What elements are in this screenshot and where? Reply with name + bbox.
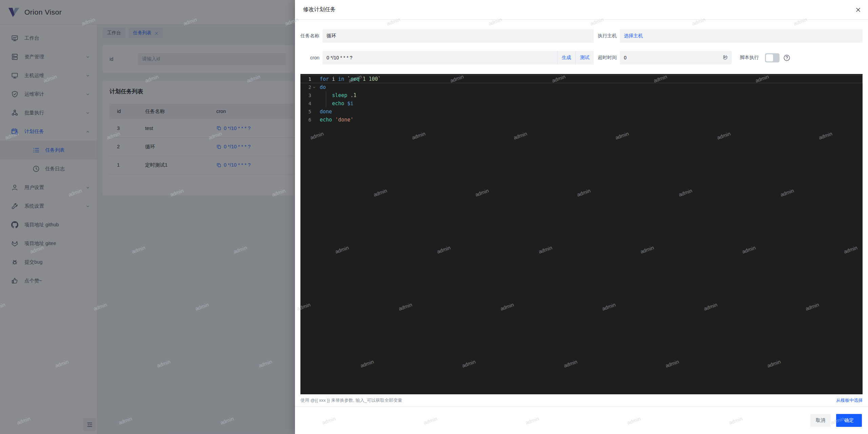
cron-input[interactable]: 0 */10 * * * ? <box>322 51 557 64</box>
task-name-value: 循环 <box>327 33 336 39</box>
form-row-name: 任务名称 循环 执行主机 选择主机 <box>300 29 863 43</box>
line-number: 2 <box>300 83 311 91</box>
form-row-cron: cron 0 */10 * * * ? 生成 测试 超时时间 0 秒 <box>300 51 863 64</box>
code-text: done <box>317 108 863 116</box>
dialog-footer: 取消 确定 <box>295 407 868 434</box>
script-code-editor[interactable]: 1for i in `seq 1 100`2do3 sleep .14 echo… <box>300 74 863 394</box>
exec-host-field[interactable]: 选择主机 <box>620 29 863 43</box>
editor-line-2: 2do <box>300 83 863 91</box>
ok-button[interactable]: 确定 <box>836 414 862 427</box>
select-host-link[interactable]: 选择主机 <box>624 33 643 39</box>
dialog-body: 任务名称 循环 执行主机 选择主机 cron 0 */10 * * * ? 生成 <box>295 20 868 407</box>
toggle-knob <box>766 54 773 61</box>
test-link: 测试 <box>580 55 590 61</box>
app-page: Orion Visor 工作台资产管理主机运维运维审计批量执行计划任务任务列表任… <box>0 0 868 434</box>
fold-gutter <box>311 108 317 116</box>
cron-label: cron <box>300 55 319 60</box>
close-icon[interactable] <box>855 7 861 13</box>
code-text: do <box>317 83 863 91</box>
line-number: 5 <box>300 108 311 116</box>
fold-gutter <box>311 75 317 83</box>
code-text: echo 'done' <box>317 116 863 124</box>
timeout-value: 0 <box>624 55 627 60</box>
dialog-title: 修改计划任务 <box>303 6 336 13</box>
param-hint-text: 使用 @{{ xxx }} 来替换参数, 输入_可以获取全部变量 <box>300 397 402 403</box>
script-exec-label: 脚本执行 <box>740 55 759 61</box>
code-text: echo $i <box>317 99 863 108</box>
editor-hint-row: 使用 @{{ xxx }} 来替换参数, 输入_可以获取全部变量 从模板中选择 <box>300 394 863 407</box>
cancel-button[interactable]: 取消 <box>810 414 831 427</box>
cron-value: 0 */10 * * * ? <box>327 55 352 60</box>
edit-task-dialog: 修改计划任务 任务名称 循环 执行主机 选择主机 cron <box>295 0 868 434</box>
cron-input-group: 0 */10 * * * ? 生成 测试 <box>322 51 594 64</box>
fold-gutter <box>311 116 317 124</box>
script-exec-toggle[interactable] <box>765 53 780 62</box>
code-text: for i in `seq 1 100` <box>317 75 863 83</box>
timeout-label: 超时时间 <box>598 55 617 61</box>
timeout-input[interactable]: 0 秒 <box>620 51 732 64</box>
fold-gutter <box>311 99 317 108</box>
timeout-unit: 秒 <box>723 55 728 61</box>
cron-generate-button[interactable]: 生成 <box>557 51 575 64</box>
line-number: 3 <box>300 91 311 99</box>
dialog-header: 修改计划任务 <box>295 0 868 20</box>
fold-arrow-icon[interactable] <box>311 83 317 91</box>
help-icon[interactable] <box>783 54 790 61</box>
line-number: 4 <box>300 99 311 108</box>
generate-link: 生成 <box>562 55 571 61</box>
line-number: 1 <box>300 75 311 83</box>
fold-gutter <box>311 91 317 99</box>
exec-host-label: 执行主机 <box>598 33 617 39</box>
editor-line-6: 6echo 'done' <box>300 116 863 124</box>
cron-test-button[interactable]: 测试 <box>575 51 594 64</box>
editor-line-3: 3 sleep .1 <box>300 91 863 99</box>
task-name-input[interactable]: 循环 <box>322 29 594 43</box>
editor-line-1: 1for i in `seq 1 100` <box>300 75 863 83</box>
line-number: 6 <box>300 116 311 124</box>
editor-line-5: 5done <box>300 108 863 116</box>
editor-line-4: 4 echo $i <box>300 99 863 108</box>
select-from-template-link[interactable]: 从模板中选择 <box>836 397 863 403</box>
code-text: sleep .1 <box>317 91 863 99</box>
task-name-label: 任务名称 <box>300 33 319 39</box>
